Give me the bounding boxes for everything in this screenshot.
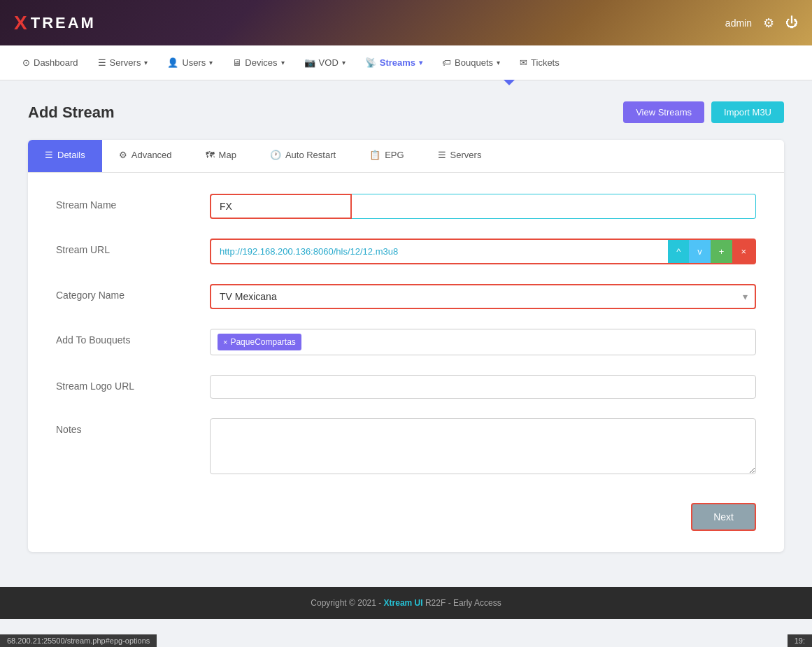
stream-logo-url-group: Stream Logo URL [56,375,756,399]
users-arrow-icon: ▾ [209,59,213,66]
stream-name-full-input[interactable] [352,194,756,219]
tab-details[interactable]: ☰ Details [28,140,102,172]
settings-icon[interactable]: ⚙ [763,15,774,31]
auto-restart-tab-icon: 🕐 [270,150,281,160]
sidebar-item-dashboard[interactable]: ⊙ Dashboard [14,53,87,72]
advanced-tab-icon: ⚙ [119,150,127,160]
tab-details-label: Details [57,150,85,160]
stream-name-field [210,194,756,219]
notes-group: Notes [56,418,756,476]
sidebar-item-tickets[interactable]: ✉ Tickets [511,53,568,72]
stream-url-group: Stream URL ^ v + × [56,239,756,264]
status-bar-right: 19: [788,634,812,647]
stream-logo-url-label: Stream Logo URL [56,375,210,392]
stream-url-label: Stream URL [56,239,210,255]
tab-servers[interactable]: ☰ Servers [421,140,499,172]
sidebar-item-servers[interactable]: ☰ Servers ▾ [90,53,157,72]
tab-auto-restart-label: Auto Restart [285,150,336,160]
bouquets-arrow-icon: ▾ [497,59,500,66]
form-actions: Next [56,496,756,531]
header-right: admin ⚙ ⏻ [725,15,798,31]
streams-arrow-icon: ▾ [419,59,422,66]
users-icon: 👤 [167,57,178,68]
url-add-button[interactable]: + [711,240,733,263]
epg-tab-icon: 📋 [369,150,380,160]
stream-logo-url-input[interactable] [210,375,756,399]
category-name-field: TV Mexicana ▾ [210,284,756,309]
tab-servers-label: Servers [450,150,482,160]
vod-arrow-icon: ▾ [342,59,346,66]
nav-devices-label: Devices [245,57,277,68]
tag-label: PaqueCompartas [230,337,295,347]
stream-name-input[interactable] [210,194,352,219]
bouquets-group: Add To Bouquets × PaqueCompartas [56,329,756,355]
logo-text: TREAM [31,14,96,32]
nav-dashboard-label: Dashboard [34,57,78,68]
tab-advanced[interactable]: ⚙ Advanced [102,140,189,172]
tab-epg-label: EPG [385,150,404,160]
stream-name-group: Stream Name [56,194,756,219]
sidebar-item-devices[interactable]: 🖥 Devices ▾ [224,53,292,72]
main-content: Add Stream View Streams Import M3U ☰ Det… [0,80,812,573]
footer-brand: Xtream UI [384,598,423,608]
footer-version: R22F - Early Access [425,598,501,608]
tabs-bar: ☰ Details ⚙ Advanced 🗺 Map 🕐 Auto Restar… [28,140,784,173]
servers-icon: ☰ [98,57,106,68]
notes-textarea[interactable] [210,418,756,474]
nav-vod-label: VOD [319,57,339,68]
next-button[interactable]: Next [691,503,756,531]
url-up-button[interactable]: ^ [668,240,689,263]
sidebar-item-bouquets[interactable]: 🏷 Bouquets ▾ [434,53,508,72]
devices-arrow-icon: ▾ [281,59,285,66]
category-name-group: Category Name TV Mexicana ▾ [56,284,756,309]
tab-epg[interactable]: 📋 EPG [352,140,420,172]
footer-text: Copyright © 2021 - [311,598,383,608]
map-tab-icon: 🗺 [206,150,215,160]
tab-auto-restart[interactable]: 🕐 Auto Restart [253,140,352,172]
nav-bouquets-label: Bouquets [455,57,493,68]
vod-icon: 📷 [304,57,315,68]
devices-icon: 🖥 [232,57,241,68]
category-select-wrapper: TV Mexicana ▾ [210,284,756,309]
notes-label: Notes [56,418,210,435]
bouquets-input[interactable]: × PaqueCompartas [210,329,756,355]
tickets-icon: ✉ [520,57,527,68]
stream-name-combined [210,194,756,219]
url-down-button[interactable]: v [689,240,711,263]
footer: Copyright © 2021 - Xtream UI R22F - Earl… [0,587,812,619]
stream-url-wrapper: ^ v + × [210,239,756,264]
streams-icon: 📡 [365,57,376,68]
admin-label: admin [725,17,752,29]
tag-close-icon[interactable]: × [223,338,227,346]
sidebar-item-vod[interactable]: 📷 VOD ▾ [296,53,354,72]
form-body: Stream Name Stream URL ^ v + [28,173,784,552]
bouquets-icon: 🏷 [442,57,451,68]
nav-servers-label: Servers [110,57,141,68]
navbar: ⊙ Dashboard ☰ Servers ▾ 👤 Users ▾ 🖥 Devi… [0,45,812,80]
page-header: Add Stream View Streams Import M3U [28,101,784,123]
bouquet-tag: × PaqueCompartas [218,334,301,350]
tab-map[interactable]: 🗺 Map [189,140,253,172]
form-card: ☰ Details ⚙ Advanced 🗺 Map 🕐 Auto Restar… [28,140,784,552]
category-select[interactable]: TV Mexicana [211,285,755,308]
details-tab-icon: ☰ [45,150,53,160]
dashboard-icon: ⊙ [22,57,30,68]
view-streams-button[interactable]: View Streams [623,101,704,123]
sidebar-item-users[interactable]: 👤 Users ▾ [159,53,221,72]
category-name-label: Category Name [56,284,210,301]
url-delete-button[interactable]: × [732,240,755,263]
power-icon[interactable]: ⏻ [785,15,798,30]
nav-users-label: Users [182,57,206,68]
stream-url-field: ^ v + × [210,239,756,264]
status-bar-left: 68.200.21:25500/stream.php#epg-options [0,634,157,647]
sidebar-item-streams[interactable]: 📡 Streams ▾ [357,53,431,72]
servers-arrow-icon: ▾ [144,59,148,66]
logo: X TREAM [14,12,96,34]
page-title: Add Stream [28,104,114,122]
bouquets-field: × PaqueCompartas [210,329,756,355]
import-m3u-button[interactable]: Import M3U [711,101,784,123]
select-wrapper: TV Mexicana ▾ [211,285,755,308]
tab-advanced-label: Advanced [131,150,172,160]
stream-url-input[interactable] [211,241,668,262]
app-header: X TREAM admin ⚙ ⏻ [0,0,812,45]
